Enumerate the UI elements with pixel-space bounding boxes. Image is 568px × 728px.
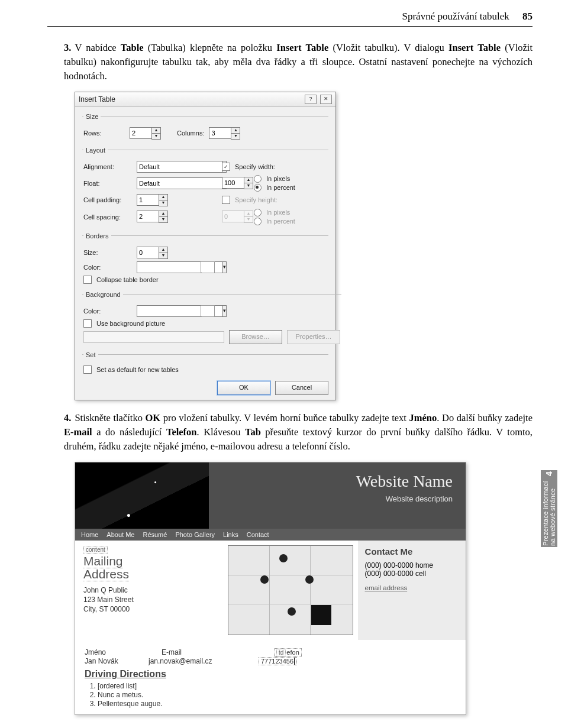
step-number: 3. [64, 42, 71, 53]
height-spinner: ▲▼ [222, 211, 249, 223]
border-color-combo[interactable]: ▾ [137, 261, 196, 273]
column-middle [223, 541, 358, 640]
columns-label: Columns: [177, 130, 204, 137]
browse-button[interactable]: Browse… [229, 330, 282, 344]
collapse-border-checkbox[interactable] [83, 276, 92, 284]
border-color-swatch[interactable] [201, 261, 215, 273]
width-pixels-radio[interactable] [254, 175, 262, 183]
column-right: Contact Me (000) 000-0000 home (000) 000… [358, 541, 466, 640]
group-size: Size Rows: ▲▼ Columns: ▲▼ [82, 113, 328, 143]
bg-color-swatch[interactable] [201, 305, 215, 317]
properties-button: Properties… [287, 330, 340, 344]
banner-photo [75, 462, 209, 529]
columns-spinner[interactable]: ▲▼ [209, 127, 236, 140]
alignment-label: Alignment: [83, 163, 132, 170]
width-spinner[interactable]: ▲▼ [222, 177, 249, 189]
rows-input[interactable] [130, 127, 151, 139]
site-nav: Home About Me Résumé Photo Gallery Links… [75, 529, 466, 541]
set-default-checkbox[interactable] [83, 365, 92, 374]
width-percent-radio[interactable] [254, 184, 262, 192]
dialog-titlebar: Insert Table ? ✕ [75, 92, 335, 107]
height-percent-radio [254, 218, 262, 225]
spin-down-icon[interactable]: ▼ [151, 133, 161, 140]
columns-input[interactable] [209, 127, 231, 139]
rows-label: Rows: [83, 130, 125, 137]
group-borders: Borders Size: ▲▼ Color: ▾ [82, 232, 328, 287]
dialog-title: Insert Table [79, 95, 115, 103]
contact-heading: Contact Me [365, 546, 459, 556]
image-placeholder [228, 545, 353, 635]
border-color-label: Color: [83, 264, 132, 271]
site-description: Website description [209, 494, 453, 503]
border-size-spinner[interactable]: ▲▼ [137, 247, 164, 259]
spin-up-icon[interactable]: ▲ [151, 127, 161, 133]
nav-item[interactable]: Résumé [143, 531, 167, 538]
table-header: E-mail [162, 648, 250, 657]
section-title: Správné používání tabulek [402, 11, 509, 22]
nav-item[interactable]: About Me [106, 531, 134, 538]
group-background: Background Color: ▾ Use background pictu… [82, 291, 341, 348]
figure-web-editor: Website Name Website description Home Ab… [75, 462, 532, 715]
cell-padding-spinner[interactable]: ▲▼ [137, 194, 164, 206]
step-3: 3.V nabídce Table (Tabulka) klepněte na … [64, 41, 532, 83]
table-cell[interactable]: jan.novak@email.cz [149, 657, 248, 665]
chapter-tab: Prezentace informací na webové stránce 4 [541, 470, 557, 547]
web-editor-window: Website Name Website description Home Ab… [75, 462, 466, 715]
dot-icon [288, 607, 296, 616]
spin-up-icon[interactable]: ▲ [231, 127, 240, 133]
table-header-editing: tdefon [274, 648, 302, 657]
dot-icon [279, 554, 288, 562]
list-item: Nunc a metus. [98, 691, 457, 699]
specify-width-checkbox[interactable] [222, 163, 230, 171]
rows-spinner[interactable]: ▲▼ [130, 127, 157, 140]
site-name: Website Name [209, 472, 453, 491]
email-link[interactable]: email address [365, 584, 408, 591]
inserted-table: Jméno E-mail tdefon Jan Novák jan.novak@… [76, 648, 466, 665]
specify-height-checkbox[interactable] [222, 196, 230, 204]
nav-item[interactable]: Photo Gallery [175, 531, 215, 538]
bg-color-label: Color: [83, 308, 132, 315]
float-combo[interactable]: ▾ [137, 177, 208, 189]
table-cell-editing[interactable]: 777123456 [259, 657, 297, 665]
cell-padding-label: Cell padding: [83, 196, 132, 203]
table-cell[interactable]: Jan Novák [85, 657, 138, 665]
column-left: content Mailing Address John Q Public 12… [75, 541, 223, 640]
bg-color-combo[interactable]: ▾ [137, 305, 196, 317]
cancel-button[interactable]: Cancel [275, 381, 328, 395]
step-4: 4.Stiskněte tlačítko OK pro vložení tabu… [64, 411, 532, 454]
cell-spacing-label: Cell spacing: [83, 213, 132, 221]
chevron-down-icon[interactable]: ▾ [222, 261, 227, 273]
region-tag: content [83, 546, 108, 554]
bg-picture-path [83, 331, 224, 343]
use-bg-picture-checkbox[interactable] [83, 319, 92, 328]
mailing-heading: Mailing Address [83, 555, 215, 581]
nav-item[interactable]: Home [81, 531, 98, 538]
float-label: Float: [83, 180, 132, 187]
alignment-combo[interactable]: ▾ [137, 161, 208, 173]
ok-button[interactable]: OK [217, 381, 270, 395]
directions-list: [ordered list] Nunc a metus. Pellentesqu… [86, 682, 457, 708]
cell-spacing-spinner[interactable]: ▲▼ [137, 211, 164, 223]
list-item: Pellentesque augue. [98, 700, 457, 708]
spin-down-icon[interactable]: ▼ [231, 133, 240, 140]
height-pixels-radio [254, 209, 262, 216]
specify-height-label: Specify height: [235, 196, 277, 203]
running-head: Správné používání tabulek 85 [47, 11, 532, 27]
nav-item[interactable]: Links [223, 531, 238, 538]
insert-table-dialog: Insert Table ? ✕ Size Rows: ▲▼ [75, 92, 336, 400]
help-button[interactable]: ? [305, 95, 317, 104]
nav-item[interactable]: Contact [247, 531, 269, 538]
specify-width-label: Specify width: [235, 163, 275, 170]
address-block: John Q Public 123 Main Street City, ST 0… [83, 585, 215, 614]
chevron-down-icon[interactable]: ▾ [222, 305, 227, 317]
text-caret-icon [294, 658, 295, 665]
page-number: 85 [522, 11, 532, 22]
square-icon [311, 605, 331, 625]
close-button[interactable]: ✕ [320, 95, 332, 104]
list-item: [ordered list] [98, 682, 457, 690]
dot-icon [305, 575, 314, 584]
figure-insert-table-dialog: Insert Table ? ✕ Size Rows: ▲▼ [75, 92, 532, 400]
dot-icon [260, 575, 269, 584]
border-size-label: Size: [83, 249, 132, 256]
site-banner: Website Name Website description [75, 462, 466, 529]
